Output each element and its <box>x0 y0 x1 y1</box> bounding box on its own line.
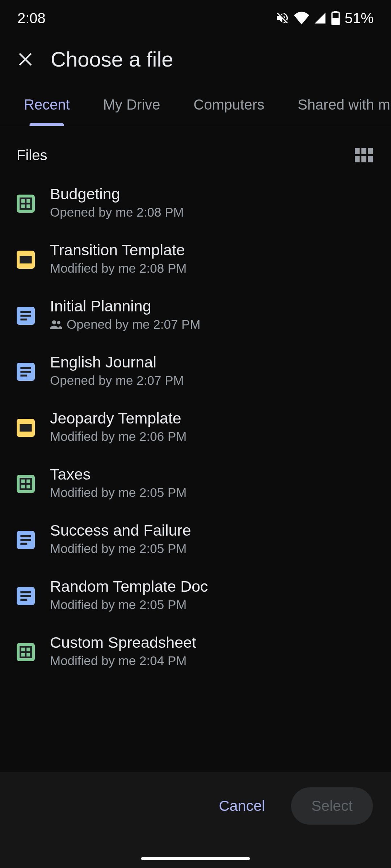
file-name: Budgeting <box>50 185 184 203</box>
file-item[interactable]: Budgeting Opened by me 2:08 PM <box>0 174 391 230</box>
header: Choose a file <box>0 36 391 86</box>
file-item[interactable]: Jeopardy Template Modified by me 2:06 PM <box>0 399 391 455</box>
tab-shared-with-me[interactable]: Shared with me <box>281 86 391 126</box>
footer: Cancel Select <box>0 772 391 868</box>
file-name: English Journal <box>50 353 184 371</box>
file-item[interactable]: Transition Template Modified by me 2:08 … <box>0 230 391 286</box>
svg-rect-23 <box>20 424 31 431</box>
file-name: Taxes <box>50 465 186 483</box>
section-title: Files <box>17 147 47 163</box>
file-name: Initial Planning <box>50 297 201 315</box>
status-time: 2:08 <box>17 10 46 26</box>
tab-recent[interactable]: Recent <box>7 86 87 126</box>
tabs: Recent My Drive Computers Shared with me <box>0 86 391 126</box>
svg-rect-9 <box>361 156 366 162</box>
file-item[interactable]: Custom Spreadsheet Modified by me 2:04 P… <box>0 623 391 679</box>
battery-percent: 51% <box>345 10 374 26</box>
cancel-button[interactable]: Cancel <box>207 789 277 823</box>
section-header: Files <box>0 126 391 174</box>
slides-icon <box>17 419 35 437</box>
status-bar: 2:08 51% <box>0 0 391 36</box>
file-name: Random Template Doc <box>50 578 208 595</box>
file-item[interactable]: Taxes Modified by me 2:05 PM <box>0 455 391 511</box>
file-meta-text: Opened by me 2:07 PM <box>67 317 201 332</box>
page-title: Choose a file <box>51 47 173 71</box>
docs-icon <box>17 531 35 549</box>
status-right: 51% <box>275 10 374 26</box>
file-item[interactable]: Random Template Doc Modified by me 2:05 … <box>0 567 391 623</box>
svg-rect-10 <box>368 156 373 162</box>
svg-point-18 <box>52 320 56 324</box>
svg-rect-6 <box>361 148 366 154</box>
file-list: Budgeting Opened by me 2:08 PM Transitio… <box>0 174 391 679</box>
docs-icon <box>17 363 35 381</box>
tab-my-drive[interactable]: My Drive <box>87 86 177 126</box>
file-text: Random Template Doc Modified by me 2:05 … <box>50 578 208 612</box>
slides-icon <box>17 251 35 269</box>
file-meta: Modified by me 2:05 PM <box>50 541 191 556</box>
file-text: Initial Planning Opened by me 2:07 PM <box>50 297 201 332</box>
svg-rect-8 <box>355 156 360 162</box>
grid-view-button[interactable] <box>355 148 373 163</box>
file-item[interactable]: English Journal Opened by me 2:07 PM <box>0 342 391 399</box>
file-name: Transition Template <box>50 241 186 259</box>
file-meta: Opened by me 2:07 PM <box>50 317 201 332</box>
file-meta: Modified by me 2:04 PM <box>50 654 196 668</box>
file-meta: Modified by me 2:06 PM <box>50 429 186 444</box>
file-text: Transition Template Modified by me 2:08 … <box>50 241 186 276</box>
sheets-icon <box>17 643 35 661</box>
docs-icon <box>17 587 35 605</box>
svg-rect-14 <box>20 256 31 263</box>
file-text: Jeopardy Template Modified by me 2:06 PM <box>50 409 186 444</box>
svg-rect-2 <box>332 18 339 25</box>
docs-icon <box>17 307 35 325</box>
file-item[interactable]: Initial Planning Opened by me 2:07 PM <box>0 286 391 342</box>
battery-icon <box>331 11 340 25</box>
file-name: Custom Spreadsheet <box>50 634 196 651</box>
file-name: Jeopardy Template <box>50 409 186 427</box>
file-meta: Modified by me 2:05 PM <box>50 485 186 500</box>
file-name: Success and Failure <box>50 522 191 539</box>
file-text: Custom Spreadsheet Modified by me 2:04 P… <box>50 634 196 668</box>
file-item[interactable]: Success and Failure Modified by me 2:05 … <box>0 511 391 567</box>
sheets-icon <box>17 195 35 213</box>
svg-rect-5 <box>355 148 360 154</box>
file-meta: Opened by me 2:07 PM <box>50 373 184 388</box>
file-meta: Opened by me 2:08 PM <box>50 205 184 220</box>
svg-point-19 <box>57 321 60 324</box>
svg-rect-7 <box>368 148 373 154</box>
file-meta: Modified by me 2:05 PM <box>50 597 208 612</box>
sheets-icon <box>17 475 35 493</box>
tab-computers[interactable]: Computers <box>177 86 281 126</box>
wifi-icon <box>294 12 309 25</box>
file-text: Success and Failure Modified by me 2:05 … <box>50 522 191 556</box>
close-button[interactable] <box>14 48 36 70</box>
file-text: Taxes Modified by me 2:05 PM <box>50 465 186 500</box>
select-button[interactable]: Select <box>291 787 373 825</box>
nav-bar[interactable] <box>141 857 250 860</box>
mute-icon <box>275 11 290 25</box>
file-meta: Modified by me 2:08 PM <box>50 261 186 276</box>
file-text: Budgeting Opened by me 2:08 PM <box>50 185 184 220</box>
file-text: English Journal Opened by me 2:07 PM <box>50 353 184 388</box>
signal-icon <box>314 12 327 25</box>
shared-icon <box>50 320 62 329</box>
